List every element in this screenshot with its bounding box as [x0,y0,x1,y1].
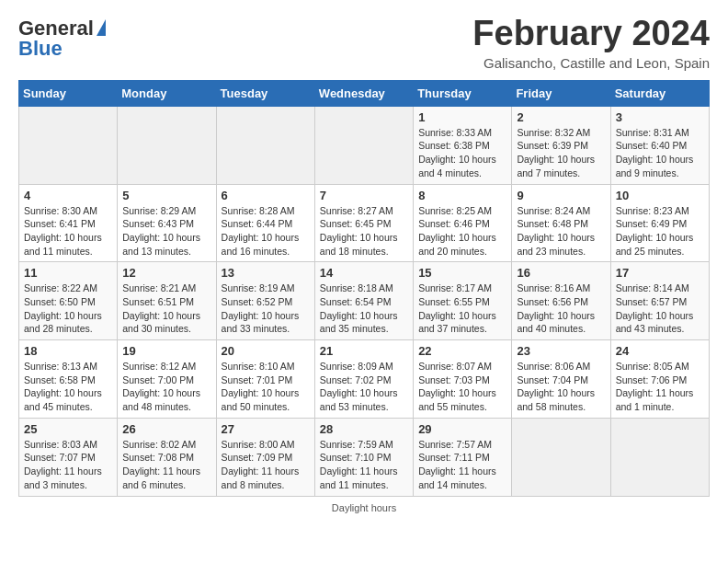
day-number: 13 [222,266,310,280]
day-cell: 13Sunrise: 8:19 AM Sunset: 6:52 PM Dayli… [216,262,314,340]
header-cell-wednesday: Wednesday [314,80,413,106]
logo-blue-text: Blue [18,39,63,59]
day-info: Sunrise: 8:00 AM Sunset: 7:09 PM Dayligh… [222,438,310,492]
day-cell: 14Sunrise: 8:18 AM Sunset: 6:54 PM Dayli… [314,262,413,340]
header: General Blue February 2024 Galisancho, C… [18,15,710,71]
logo: General Blue [18,18,106,59]
day-cell: 12Sunrise: 8:21 AM Sunset: 6:51 PM Dayli… [118,262,216,340]
header-cell-tuesday: Tuesday [216,80,314,106]
header-row: SundayMondayTuesdayWednesdayThursdayFrid… [19,80,710,106]
day-number: 15 [418,266,506,280]
week-row-1: 1Sunrise: 8:33 AM Sunset: 6:38 PM Daylig… [19,106,710,184]
day-number: 24 [616,344,704,358]
day-number: 25 [24,422,112,436]
day-cell: 9Sunrise: 8:24 AM Sunset: 6:48 PM Daylig… [512,184,610,262]
day-info: Sunrise: 8:09 AM Sunset: 7:02 PM Dayligh… [320,360,408,414]
day-info: Sunrise: 8:12 AM Sunset: 7:00 PM Dayligh… [122,360,210,414]
calendar-header: SundayMondayTuesdayWednesdayThursdayFrid… [19,80,710,106]
day-cell: 8Sunrise: 8:25 AM Sunset: 6:46 PM Daylig… [414,184,512,262]
day-cell: 29Sunrise: 7:57 AM Sunset: 7:11 PM Dayli… [414,418,512,496]
logo-general-text: General [18,18,94,39]
day-number: 18 [24,344,112,358]
day-cell [19,106,118,184]
day-cell: 22Sunrise: 8:07 AM Sunset: 7:03 PM Dayli… [414,340,512,419]
day-info: Sunrise: 8:10 AM Sunset: 7:01 PM Dayligh… [222,360,310,414]
day-info: Sunrise: 8:33 AM Sunset: 6:38 PM Dayligh… [418,126,506,180]
day-info: Sunrise: 8:31 AM Sunset: 6:40 PM Dayligh… [616,126,704,180]
day-info: Sunrise: 8:19 AM Sunset: 6:52 PM Dayligh… [222,282,310,336]
day-info: Sunrise: 8:17 AM Sunset: 6:55 PM Dayligh… [418,282,506,336]
day-cell: 21Sunrise: 8:09 AM Sunset: 7:02 PM Dayli… [314,340,413,419]
day-cell: 15Sunrise: 8:17 AM Sunset: 6:55 PM Dayli… [414,262,512,340]
calendar-body: 1Sunrise: 8:33 AM Sunset: 6:38 PM Daylig… [19,106,710,496]
day-info: Sunrise: 8:07 AM Sunset: 7:03 PM Dayligh… [418,360,506,414]
header-cell-monday: Monday [118,80,216,106]
day-info: Sunrise: 8:21 AM Sunset: 6:51 PM Dayligh… [122,282,210,336]
header-cell-thursday: Thursday [414,80,512,106]
day-info: Sunrise: 8:02 AM Sunset: 7:08 PM Dayligh… [122,438,210,492]
week-row-3: 11Sunrise: 8:22 AM Sunset: 6:50 PM Dayli… [19,262,710,340]
day-cell: 16Sunrise: 8:16 AM Sunset: 6:56 PM Dayli… [512,262,610,340]
day-info: Sunrise: 8:28 AM Sunset: 6:44 PM Dayligh… [222,204,310,259]
day-cell: 2Sunrise: 8:32 AM Sunset: 6:39 PM Daylig… [512,106,610,184]
day-cell: 17Sunrise: 8:14 AM Sunset: 6:57 PM Dayli… [610,262,709,340]
day-cell: 27Sunrise: 8:00 AM Sunset: 7:09 PM Dayli… [216,418,314,496]
week-row-5: 25Sunrise: 8:03 AM Sunset: 7:07 PM Dayli… [19,418,710,496]
footer: Daylight hours [18,502,710,513]
day-info: Sunrise: 8:18 AM Sunset: 6:54 PM Dayligh… [320,282,408,336]
day-info: Sunrise: 8:25 AM Sunset: 6:46 PM Dayligh… [418,204,506,259]
day-cell: 24Sunrise: 8:05 AM Sunset: 7:06 PM Dayli… [610,340,709,419]
day-cell: 20Sunrise: 8:10 AM Sunset: 7:01 PM Dayli… [216,340,314,419]
day-info: Sunrise: 8:22 AM Sunset: 6:50 PM Dayligh… [24,282,112,336]
subtitle: Galisancho, Castille and Leon, Spain [472,55,710,71]
day-cell: 28Sunrise: 7:59 AM Sunset: 7:10 PM Dayli… [314,418,413,496]
day-cell: 7Sunrise: 8:27 AM Sunset: 6:45 PM Daylig… [314,184,413,262]
day-info: Sunrise: 8:24 AM Sunset: 6:48 PM Dayligh… [517,204,605,259]
day-cell [216,106,314,184]
day-cell: 3Sunrise: 8:31 AM Sunset: 6:40 PM Daylig… [610,106,709,184]
day-info: Sunrise: 8:13 AM Sunset: 6:58 PM Dayligh… [24,360,112,414]
day-cell: 23Sunrise: 8:06 AM Sunset: 7:04 PM Dayli… [512,340,610,419]
day-number: 29 [418,422,506,436]
day-info: Sunrise: 8:30 AM Sunset: 6:41 PM Dayligh… [24,204,112,259]
title-area: February 2024 Galisancho, Castille and L… [472,15,710,71]
day-cell [118,106,216,184]
day-info: Sunrise: 8:23 AM Sunset: 6:49 PM Dayligh… [616,204,704,259]
day-number: 26 [122,422,210,436]
day-cell [314,106,413,184]
day-info: Sunrise: 7:59 AM Sunset: 7:10 PM Dayligh… [320,438,408,492]
main-title: February 2024 [472,15,710,53]
day-number: 6 [222,189,310,202]
header-cell-sunday: Sunday [19,80,118,106]
header-cell-friday: Friday [512,80,610,106]
day-info: Sunrise: 8:06 AM Sunset: 7:04 PM Dayligh… [517,360,605,414]
day-number: 5 [122,189,210,202]
day-info: Sunrise: 8:03 AM Sunset: 7:07 PM Dayligh… [24,438,112,492]
day-cell [512,418,610,496]
day-info: Sunrise: 8:32 AM Sunset: 6:39 PM Dayligh… [517,126,605,180]
day-cell [610,418,709,496]
day-number: 28 [320,422,408,436]
day-cell: 25Sunrise: 8:03 AM Sunset: 7:07 PM Dayli… [19,418,118,496]
day-number: 27 [222,422,310,436]
day-number: 3 [616,110,704,124]
day-info: Sunrise: 8:05 AM Sunset: 7:06 PM Dayligh… [616,360,704,414]
day-cell: 19Sunrise: 8:12 AM Sunset: 7:00 PM Dayli… [118,340,216,419]
day-number: 14 [320,266,408,280]
day-cell: 4Sunrise: 8:30 AM Sunset: 6:41 PM Daylig… [19,184,118,262]
day-number: 23 [517,344,605,358]
day-info: Sunrise: 8:27 AM Sunset: 6:45 PM Dayligh… [320,204,408,259]
day-number: 8 [418,189,506,202]
week-row-2: 4Sunrise: 8:30 AM Sunset: 6:41 PM Daylig… [19,184,710,262]
day-number: 2 [517,110,605,124]
day-number: 4 [24,189,112,202]
day-cell: 6Sunrise: 8:28 AM Sunset: 6:44 PM Daylig… [216,184,314,262]
day-number: 10 [616,189,704,202]
day-info: Sunrise: 7:57 AM Sunset: 7:11 PM Dayligh… [418,438,506,492]
day-info: Sunrise: 8:29 AM Sunset: 6:43 PM Dayligh… [122,204,210,259]
day-cell: 5Sunrise: 8:29 AM Sunset: 6:43 PM Daylig… [118,184,216,262]
day-cell: 26Sunrise: 8:02 AM Sunset: 7:08 PM Dayli… [118,418,216,496]
day-number: 20 [222,344,310,358]
day-cell: 10Sunrise: 8:23 AM Sunset: 6:49 PM Dayli… [610,184,709,262]
day-cell: 11Sunrise: 8:22 AM Sunset: 6:50 PM Dayli… [19,262,118,340]
